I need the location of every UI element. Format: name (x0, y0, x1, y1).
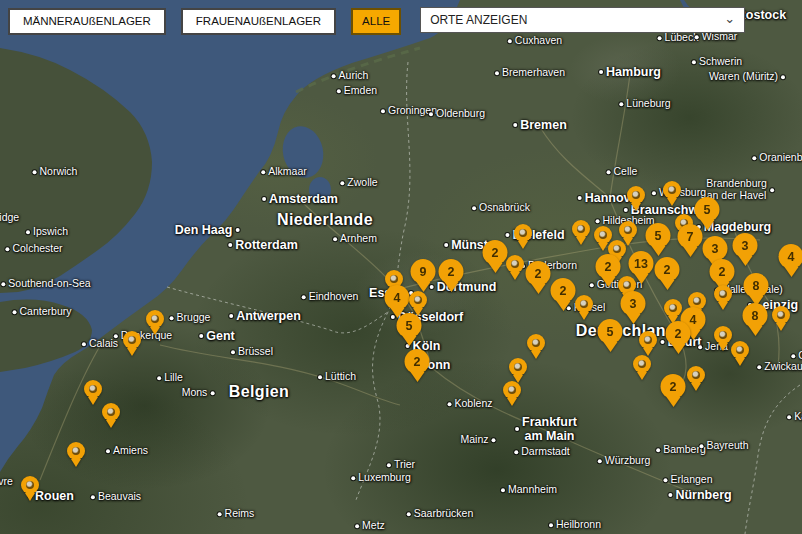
marker-tail (718, 302, 728, 315)
marker-hole (128, 336, 136, 344)
cluster-marker[interactable]: 4 (779, 244, 802, 284)
location-marker[interactable] (663, 181, 681, 211)
marker-head: 13 (629, 251, 654, 276)
marker-hole (577, 225, 585, 233)
marker-hole (693, 297, 701, 305)
marker-tail (784, 267, 798, 284)
marker-hole (644, 336, 652, 344)
cluster-marker[interactable]: 2 (439, 259, 464, 299)
marker-hole (719, 331, 727, 339)
marker-hole (89, 385, 97, 393)
marker-head (663, 181, 681, 199)
location-marker[interactable] (687, 366, 705, 396)
location-marker[interactable] (503, 381, 521, 411)
cluster-marker[interactable]: 5 (598, 319, 623, 359)
marker-head (146, 310, 164, 328)
location-marker[interactable] (714, 326, 732, 356)
marker-head (714, 326, 732, 344)
location-marker[interactable] (731, 341, 749, 371)
marker-head (633, 355, 651, 373)
marker-head: 8 (744, 273, 769, 298)
location-marker[interactable] (527, 334, 545, 364)
marker-tail (671, 344, 685, 361)
marker-hole (519, 229, 527, 237)
marker-tail (518, 241, 528, 254)
toolbar: MÄNNERAUßENLAGER FRAUENAUßENLAGER ALLE O… (8, 7, 745, 35)
cluster-marker[interactable]: 2 (483, 240, 508, 280)
marker-tail (603, 342, 617, 359)
marker-hole (632, 191, 640, 199)
marker-hole (777, 311, 785, 319)
marker-hole (580, 300, 588, 308)
location-marker[interactable] (633, 355, 651, 385)
location-marker[interactable] (123, 331, 141, 361)
marker-tail (691, 383, 701, 396)
marker-tail (510, 272, 520, 285)
dropdown-value: ORTE ANZEIGEN (430, 13, 527, 27)
location-marker[interactable] (102, 403, 120, 433)
marker-head: 4 (385, 285, 410, 310)
cluster-marker[interactable]: 3 (733, 233, 758, 273)
marker-tail (666, 397, 680, 414)
marker-hole (414, 296, 422, 304)
filter-maenneraussenlager-button[interactable]: MÄNNERAUßENLAGER (8, 8, 166, 35)
marker-head: 2 (439, 259, 464, 284)
map-canvas[interactable]: NiederlandeBelgienDeutschlandNorwichCamb… (0, 0, 802, 534)
location-marker[interactable] (514, 224, 532, 254)
marker-tail (660, 280, 674, 297)
marker-head: 9 (411, 259, 436, 284)
location-marker[interactable] (572, 220, 590, 250)
location-marker[interactable] (714, 285, 732, 315)
marker-hole (669, 304, 677, 312)
marker-tail (748, 326, 762, 343)
marker-head: 2 (655, 257, 680, 282)
marker-head: 5 (695, 197, 720, 222)
cluster-marker[interactable]: 5 (397, 313, 422, 353)
marker-tail (626, 314, 640, 331)
marker-head (575, 295, 593, 313)
marker-tail (631, 203, 641, 216)
cluster-marker[interactable]: 2 (551, 278, 576, 318)
marker-hole (151, 315, 159, 323)
marker-head (102, 403, 120, 421)
orte-anzeigen-dropdown[interactable]: ORTE ANZEIGEN ⌄ (420, 7, 745, 33)
location-marker[interactable] (627, 186, 645, 216)
marker-tail (531, 284, 545, 301)
location-marker[interactable] (84, 380, 102, 410)
marker-hole (511, 260, 519, 268)
cluster-marker[interactable]: 2 (526, 261, 551, 301)
filter-alle-button[interactable]: ALLE (351, 8, 401, 35)
cluster-marker[interactable]: 3 (621, 291, 646, 331)
cluster-marker[interactable]: 2 (666, 321, 691, 361)
marker-head: 3 (733, 233, 758, 258)
marker-tail (601, 277, 615, 294)
location-marker[interactable] (146, 310, 164, 340)
marker-tail (579, 312, 589, 325)
marker-head (21, 476, 39, 494)
marker-tail (576, 237, 586, 250)
location-marker[interactable] (575, 295, 593, 325)
filter-frauenaussenlager-button[interactable]: FRAUENAUßENLAGER (181, 8, 336, 35)
cluster-marker[interactable]: 7 (678, 224, 703, 264)
marker-hole (514, 363, 522, 371)
cluster-marker[interactable]: 2 (596, 254, 621, 294)
cluster-marker[interactable]: 2 (655, 257, 680, 297)
location-marker[interactable] (67, 442, 85, 472)
chevron-down-icon: ⌄ (724, 12, 735, 25)
marker-head (67, 442, 85, 460)
cluster-marker[interactable]: 2 (405, 349, 430, 389)
cluster-marker[interactable]: 2 (661, 374, 686, 414)
marker-head (714, 285, 732, 303)
location-marker[interactable] (506, 255, 524, 285)
marker-tail (738, 256, 752, 273)
marker-head (527, 334, 545, 352)
cluster-marker[interactable]: 8 (743, 303, 768, 343)
marker-head (772, 306, 790, 324)
marker-tail (444, 282, 458, 299)
marker-tail (25, 493, 35, 506)
location-marker[interactable] (21, 476, 39, 506)
marker-hole (668, 186, 676, 194)
location-marker[interactable] (772, 306, 790, 336)
marker-head (506, 255, 524, 273)
marker-tail (531, 351, 541, 364)
